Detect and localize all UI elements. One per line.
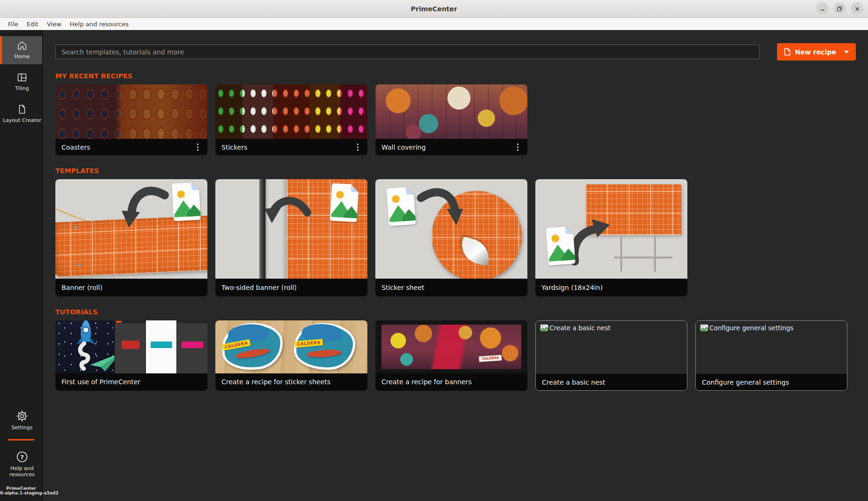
chevron-down-icon bbox=[844, 51, 849, 53]
card-footer: Sticker sheet bbox=[375, 279, 527, 296]
recipe-card-stickers[interactable]: Stickers bbox=[215, 84, 367, 155]
card-footer: Banner (roll) bbox=[55, 279, 207, 296]
scene-brand-sign: CALDERA bbox=[479, 355, 502, 362]
coasters-thumbnail bbox=[55, 84, 207, 139]
card-label: Configure general settings bbox=[702, 379, 789, 386]
card-footer: Create a recipe for banners bbox=[375, 373, 527, 390]
tutorial-card-general-settings[interactable]: Configure general settings Configure gen… bbox=[695, 320, 847, 391]
restore-icon bbox=[837, 6, 843, 12]
new-recipe-label: New recipe bbox=[795, 48, 836, 56]
broken-image-icon bbox=[700, 324, 708, 332]
card-footer: Coasters bbox=[55, 139, 207, 155]
templates-heading: TEMPLATES bbox=[55, 167, 856, 175]
card-footer: Stickers bbox=[215, 139, 367, 155]
card-label: Create a recipe for banners bbox=[381, 378, 472, 386]
card-label: Banner (roll) bbox=[61, 284, 102, 291]
sidebar-bottom: Settings ? Help and resources PrimeCente… bbox=[0, 406, 42, 501]
tutorial-card-sticker-sheets[interactable]: CALDERA CALDERA Create a recipe for stic… bbox=[215, 320, 367, 391]
home-icon bbox=[16, 40, 28, 51]
tutorials-heading: TUTORIALS bbox=[55, 308, 856, 316]
menu-file[interactable]: File bbox=[4, 19, 23, 29]
sidebar-item-help-and-resources[interactable]: ? Help and resources bbox=[0, 447, 42, 483]
maximize-button[interactable] bbox=[833, 2, 846, 15]
sidebar-item-tiling[interactable]: Tiling bbox=[0, 68, 42, 96]
tutorial-card-basic-nest[interactable]: Create a basic nest Create a basic nest bbox=[535, 320, 687, 391]
image-file-icon bbox=[171, 182, 202, 221]
recipe-card-coasters[interactable]: Coasters bbox=[55, 84, 207, 155]
sticker-brand-label: CALDERA bbox=[222, 339, 251, 351]
card-footer: Create a basic nest bbox=[536, 374, 687, 390]
menu-view[interactable]: View bbox=[43, 19, 66, 29]
street-scene: CALDERA bbox=[381, 325, 521, 369]
card-footer: First use of PrimeCenter bbox=[55, 373, 207, 390]
menu-help-and-resources[interactable]: Help and resources bbox=[66, 19, 133, 29]
tutorial-card-first-use[interactable]: First use of PrimeCenter bbox=[55, 320, 207, 391]
minimize-icon bbox=[820, 6, 825, 12]
card-label: Wall covering bbox=[381, 144, 426, 151]
sidebar-item-label: Tiling bbox=[15, 85, 29, 92]
tiling-icon bbox=[16, 72, 28, 83]
minimize-button[interactable] bbox=[816, 2, 829, 15]
close-icon bbox=[854, 6, 860, 12]
document-icon bbox=[16, 104, 28, 115]
first-use-thumbnail bbox=[55, 320, 207, 373]
card-label: Yardsign (18x24in) bbox=[541, 284, 603, 291]
app-screens bbox=[114, 320, 207, 373]
sidebar-item-label: Home bbox=[15, 53, 30, 60]
card-footer: Two-sided banner (roll) bbox=[215, 279, 367, 296]
close-button[interactable] bbox=[851, 2, 863, 15]
templates-row: Banner (roll) bbox=[55, 179, 856, 296]
gear-icon bbox=[16, 410, 28, 422]
rocket-scene bbox=[55, 320, 114, 373]
wall-covering-thumbnail bbox=[375, 84, 527, 139]
kebab-menu-icon[interactable] bbox=[194, 142, 202, 153]
menu-edit[interactable]: Edit bbox=[23, 19, 43, 29]
version-build: 0-alpha.1-staging-a5ed2 bbox=[0, 491, 42, 495]
version-info: PrimeCenter 0-alpha.1-staging-a5ed2 bbox=[0, 486, 42, 501]
menubar: File Edit View Help and resources bbox=[0, 18, 868, 30]
sidebar-item-layout-creator[interactable]: Layout Creator bbox=[0, 100, 42, 128]
sidebar-item-settings[interactable]: Settings bbox=[0, 406, 42, 435]
card-label: Create a recipe for sticker sheets bbox=[221, 378, 330, 386]
caldera-sticker: CALDERA bbox=[293, 322, 356, 371]
card-label: Coasters bbox=[61, 144, 90, 151]
template-card-sticker-sheet[interactable]: Sticker sheet bbox=[375, 179, 527, 296]
main-content: New recipe MY RECENT RECIPES Coasters St… bbox=[43, 30, 868, 501]
svg-text:?: ? bbox=[20, 453, 24, 460]
image-alt-text: Configure general settings bbox=[709, 324, 793, 332]
sidebar-item-label: Settings bbox=[11, 425, 32, 431]
search-input[interactable] bbox=[55, 45, 760, 59]
version-app-name: PrimeCenter bbox=[0, 486, 42, 491]
sidebar-divider bbox=[8, 439, 34, 440]
recent-recipes-heading: MY RECENT RECIPES bbox=[55, 72, 856, 80]
image-alt-text: Create a basic nest bbox=[549, 324, 610, 332]
card-footer: Configure general settings bbox=[696, 374, 847, 390]
card-footer: Create a recipe for sticker sheets bbox=[215, 373, 367, 390]
curved-arrow-icon bbox=[107, 181, 177, 251]
basic-nest-thumbnail: Create a basic nest bbox=[536, 321, 687, 374]
sticker-sheets-thumbnail: CALDERA CALDERA bbox=[215, 320, 367, 373]
yardsign-thumbnail bbox=[535, 179, 687, 279]
caldera-sticker: CALDERA bbox=[221, 321, 285, 372]
sidebar-item-home[interactable]: Home bbox=[0, 36, 42, 64]
template-card-banner-roll[interactable]: Banner (roll) bbox=[55, 179, 207, 296]
template-card-two-sided-banner[interactable]: Two-sided banner (roll) bbox=[215, 179, 367, 296]
kebab-menu-icon[interactable] bbox=[354, 142, 362, 153]
card-label: Stickers bbox=[221, 144, 247, 151]
help-icon: ? bbox=[16, 451, 28, 463]
sticker-sheet-thumbnail bbox=[375, 179, 527, 279]
general-settings-thumbnail: Configure general settings bbox=[696, 321, 847, 374]
tutorial-card-banners[interactable]: CALDERA Create a recipe for banners bbox=[375, 320, 527, 391]
new-recipe-button[interactable]: New recipe bbox=[777, 43, 856, 61]
card-footer: Wall covering bbox=[375, 139, 527, 155]
sticker-brand-label: CALDERA bbox=[295, 339, 323, 348]
kebab-menu-icon[interactable] bbox=[514, 142, 522, 153]
card-footer: Yardsign (18x24in) bbox=[535, 279, 687, 296]
sidebar-item-label: Layout Creator bbox=[3, 117, 41, 124]
card-label: Sticker sheet bbox=[381, 284, 424, 291]
template-card-yardsign[interactable]: Yardsign (18x24in) bbox=[535, 179, 687, 296]
recipe-card-wall-covering[interactable]: Wall covering bbox=[375, 84, 527, 155]
toolbar: New recipe bbox=[55, 43, 856, 61]
new-document-icon bbox=[784, 48, 791, 56]
image-file-icon bbox=[329, 183, 360, 222]
